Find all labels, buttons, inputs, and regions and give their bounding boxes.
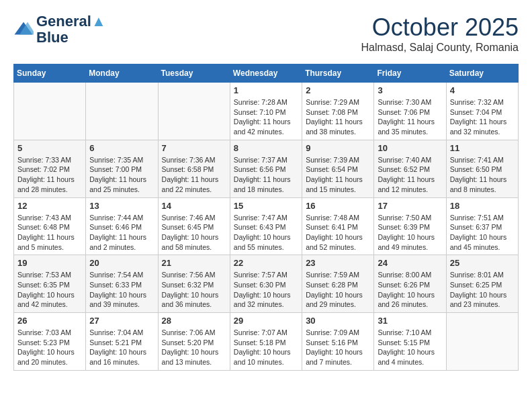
day-number: 9 bbox=[306, 143, 370, 153]
page-header: General▲ Blue October 2025 Halmasd, Sala… bbox=[13, 13, 519, 54]
calendar-header-row: SundayMondayTuesdayWednesdayThursdayFrid… bbox=[14, 64, 519, 83]
day-info: Sunrise: 7:29 AM Sunset: 7:08 PM Dayligh… bbox=[306, 97, 370, 137]
day-info: Sunrise: 7:36 AM Sunset: 6:58 PM Dayligh… bbox=[162, 155, 226, 195]
calendar-cell: 23Sunrise: 7:59 AM Sunset: 6:28 PM Dayli… bbox=[302, 255, 374, 313]
calendar-week-row: 26Sunrise: 7:03 AM Sunset: 5:23 PM Dayli… bbox=[14, 313, 519, 371]
calendar-cell: 17Sunrise: 7:50 AM Sunset: 6:39 PM Dayli… bbox=[374, 197, 446, 255]
day-number: 20 bbox=[89, 258, 154, 268]
calendar-cell bbox=[158, 83, 230, 140]
calendar-cell: 21Sunrise: 7:56 AM Sunset: 6:32 PM Dayli… bbox=[158, 255, 230, 313]
day-number: 12 bbox=[17, 201, 82, 211]
day-info: Sunrise: 8:01 AM Sunset: 6:25 PM Dayligh… bbox=[450, 270, 515, 310]
calendar-cell: 14Sunrise: 7:46 AM Sunset: 6:45 PM Dayli… bbox=[158, 197, 230, 255]
day-number: 30 bbox=[306, 316, 370, 326]
calendar-cell: 6Sunrise: 7:35 AM Sunset: 7:00 PM Daylig… bbox=[86, 140, 158, 197]
calendar-cell: 11Sunrise: 7:41 AM Sunset: 6:50 PM Dayli… bbox=[446, 140, 518, 197]
logo-text: General▲ Blue bbox=[36, 13, 106, 46]
location-subtitle: Halmasd, Salaj County, Romania bbox=[361, 42, 519, 54]
calendar-cell: 20Sunrise: 7:54 AM Sunset: 6:33 PM Dayli… bbox=[86, 255, 158, 313]
day-info: Sunrise: 7:40 AM Sunset: 6:52 PM Dayligh… bbox=[378, 155, 442, 195]
calendar-cell: 19Sunrise: 7:53 AM Sunset: 6:35 PM Dayli… bbox=[14, 255, 86, 313]
calendar-cell: 16Sunrise: 7:48 AM Sunset: 6:41 PM Dayli… bbox=[302, 197, 374, 255]
day-number: 15 bbox=[234, 201, 298, 211]
day-number: 24 bbox=[378, 258, 442, 268]
day-number: 7 bbox=[162, 143, 226, 153]
logo: General▲ Blue bbox=[13, 13, 106, 46]
day-number: 11 bbox=[450, 143, 515, 153]
day-number: 13 bbox=[89, 201, 154, 211]
day-number: 16 bbox=[306, 201, 370, 211]
day-number: 2 bbox=[306, 85, 370, 95]
calendar-cell: 8Sunrise: 7:37 AM Sunset: 6:56 PM Daylig… bbox=[230, 140, 302, 197]
calendar-cell: 18Sunrise: 7:51 AM Sunset: 6:37 PM Dayli… bbox=[446, 197, 518, 255]
calendar-day-header: Saturday bbox=[446, 64, 518, 83]
day-info: Sunrise: 7:35 AM Sunset: 7:00 PM Dayligh… bbox=[89, 155, 154, 195]
calendar-cell bbox=[86, 83, 158, 140]
calendar-week-row: 5Sunrise: 7:33 AM Sunset: 7:02 PM Daylig… bbox=[14, 140, 519, 197]
calendar-cell: 27Sunrise: 7:04 AM Sunset: 5:21 PM Dayli… bbox=[86, 313, 158, 371]
day-info: Sunrise: 7:43 AM Sunset: 6:48 PM Dayligh… bbox=[17, 213, 82, 253]
day-info: Sunrise: 7:28 AM Sunset: 7:10 PM Dayligh… bbox=[234, 97, 298, 137]
day-info: Sunrise: 7:32 AM Sunset: 7:04 PM Dayligh… bbox=[450, 97, 515, 137]
day-info: Sunrise: 7:03 AM Sunset: 5:23 PM Dayligh… bbox=[17, 328, 82, 367]
calendar-table: SundayMondayTuesdayWednesdayThursdayFrid… bbox=[13, 64, 519, 371]
calendar-day-header: Sunday bbox=[14, 64, 86, 83]
day-info: Sunrise: 7:09 AM Sunset: 5:16 PM Dayligh… bbox=[306, 328, 370, 367]
day-number: 10 bbox=[378, 143, 442, 153]
day-info: Sunrise: 7:50 AM Sunset: 6:39 PM Dayligh… bbox=[378, 213, 442, 253]
calendar-day-header: Monday bbox=[86, 64, 158, 83]
calendar-cell: 3Sunrise: 7:30 AM Sunset: 7:06 PM Daylig… bbox=[374, 83, 446, 140]
day-info: Sunrise: 7:07 AM Sunset: 5:18 PM Dayligh… bbox=[234, 328, 298, 367]
calendar-cell: 28Sunrise: 7:06 AM Sunset: 5:20 PM Dayli… bbox=[158, 313, 230, 371]
day-number: 31 bbox=[378, 316, 442, 326]
calendar-cell: 2Sunrise: 7:29 AM Sunset: 7:08 PM Daylig… bbox=[302, 83, 374, 140]
day-number: 1 bbox=[234, 85, 298, 95]
calendar-cell: 25Sunrise: 8:01 AM Sunset: 6:25 PM Dayli… bbox=[446, 255, 518, 313]
day-number: 22 bbox=[234, 258, 298, 268]
calendar-cell: 10Sunrise: 7:40 AM Sunset: 6:52 PM Dayli… bbox=[374, 140, 446, 197]
calendar-cell: 4Sunrise: 7:32 AM Sunset: 7:04 PM Daylig… bbox=[446, 83, 518, 140]
day-info: Sunrise: 7:41 AM Sunset: 6:50 PM Dayligh… bbox=[450, 155, 515, 195]
day-number: 19 bbox=[17, 258, 82, 268]
day-number: 14 bbox=[162, 201, 226, 211]
calendar-cell: 9Sunrise: 7:39 AM Sunset: 6:54 PM Daylig… bbox=[302, 140, 374, 197]
day-number: 25 bbox=[450, 258, 515, 268]
day-number: 21 bbox=[162, 258, 226, 268]
day-number: 26 bbox=[17, 316, 82, 326]
calendar-cell: 31Sunrise: 7:10 AM Sunset: 5:15 PM Dayli… bbox=[374, 313, 446, 371]
calendar-cell: 15Sunrise: 7:47 AM Sunset: 6:43 PM Dayli… bbox=[230, 197, 302, 255]
day-number: 8 bbox=[234, 143, 298, 153]
day-info: Sunrise: 7:30 AM Sunset: 7:06 PM Dayligh… bbox=[378, 97, 442, 137]
calendar-week-row: 1Sunrise: 7:28 AM Sunset: 7:10 PM Daylig… bbox=[14, 83, 519, 140]
calendar-cell: 30Sunrise: 7:09 AM Sunset: 5:16 PM Dayli… bbox=[302, 313, 374, 371]
calendar-cell: 26Sunrise: 7:03 AM Sunset: 5:23 PM Dayli… bbox=[14, 313, 86, 371]
day-info: Sunrise: 7:56 AM Sunset: 6:32 PM Dayligh… bbox=[162, 270, 226, 310]
day-number: 18 bbox=[450, 201, 515, 211]
day-info: Sunrise: 7:39 AM Sunset: 6:54 PM Dayligh… bbox=[306, 155, 370, 195]
day-info: Sunrise: 7:33 AM Sunset: 7:02 PM Dayligh… bbox=[17, 155, 82, 195]
calendar-day-header: Tuesday bbox=[158, 64, 230, 83]
calendar-day-header: Friday bbox=[374, 64, 446, 83]
calendar-cell: 22Sunrise: 7:57 AM Sunset: 6:30 PM Dayli… bbox=[230, 255, 302, 313]
title-block: October 2025 Halmasd, Salaj County, Roma… bbox=[361, 13, 519, 54]
calendar-cell: 5Sunrise: 7:33 AM Sunset: 7:02 PM Daylig… bbox=[14, 140, 86, 197]
day-number: 4 bbox=[450, 85, 515, 95]
calendar-day-header: Thursday bbox=[302, 64, 374, 83]
day-info: Sunrise: 7:54 AM Sunset: 6:33 PM Dayligh… bbox=[89, 270, 154, 310]
day-number: 3 bbox=[378, 85, 442, 95]
calendar-week-row: 12Sunrise: 7:43 AM Sunset: 6:48 PM Dayli… bbox=[14, 197, 519, 255]
day-number: 23 bbox=[306, 258, 370, 268]
calendar-cell bbox=[14, 83, 86, 140]
day-info: Sunrise: 7:46 AM Sunset: 6:45 PM Dayligh… bbox=[162, 213, 226, 253]
month-title: October 2025 bbox=[361, 13, 519, 42]
day-info: Sunrise: 7:44 AM Sunset: 6:46 PM Dayligh… bbox=[89, 213, 154, 253]
day-info: Sunrise: 7:06 AM Sunset: 5:20 PM Dayligh… bbox=[162, 328, 226, 367]
day-info: Sunrise: 7:53 AM Sunset: 6:35 PM Dayligh… bbox=[17, 270, 82, 310]
day-number: 6 bbox=[89, 143, 154, 153]
day-number: 28 bbox=[162, 316, 226, 326]
day-number: 17 bbox=[378, 201, 442, 211]
day-info: Sunrise: 7:48 AM Sunset: 6:41 PM Dayligh… bbox=[306, 213, 370, 253]
calendar-cell: 7Sunrise: 7:36 AM Sunset: 6:58 PM Daylig… bbox=[158, 140, 230, 197]
day-info: Sunrise: 7:51 AM Sunset: 6:37 PM Dayligh… bbox=[450, 213, 515, 253]
day-info: Sunrise: 7:47 AM Sunset: 6:43 PM Dayligh… bbox=[234, 213, 298, 253]
